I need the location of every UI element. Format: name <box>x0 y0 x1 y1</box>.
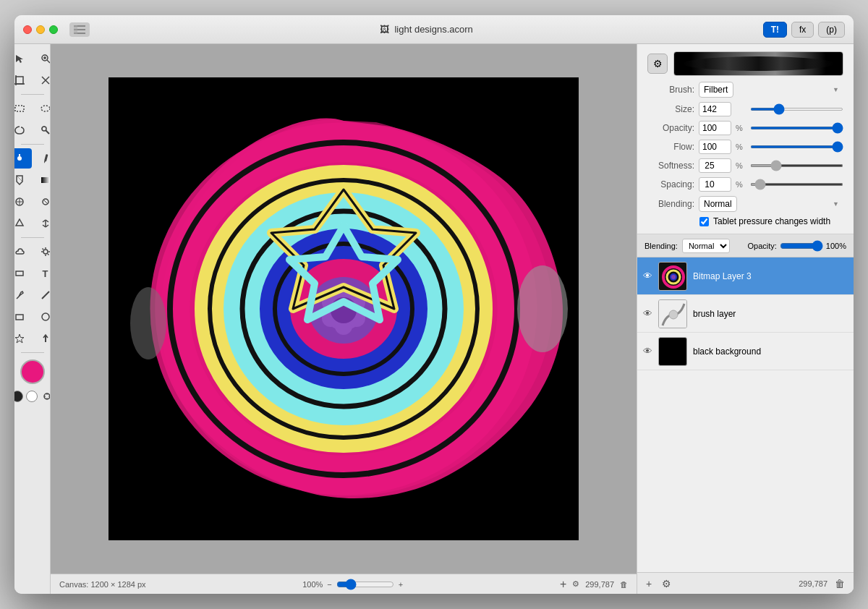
zoom-tool-button[interactable] <box>33 48 51 69</box>
spacing-slider[interactable] <box>750 183 843 186</box>
delete-layer-footer-button[interactable]: 🗑 <box>832 576 848 591</box>
procreate-tab-button[interactable]: (p) <box>818 22 845 38</box>
layer-settings-icon[interactable]: ⚙ <box>572 579 579 589</box>
brush-select-wrapper: Filbert <box>699 82 843 98</box>
arrow-tool-button[interactable] <box>33 328 51 349</box>
zoom-slider[interactable] <box>336 579 394 590</box>
foreground-color-swatch[interactable] <box>20 359 45 384</box>
sun-tool-button[interactable] <box>33 242 51 262</box>
circle-tool-button[interactable] <box>33 307 51 327</box>
blending-select[interactable]: Normal <box>699 196 737 212</box>
ellipse-select-tool-button[interactable] <box>33 98 51 119</box>
layers-blending-select[interactable]: Normal <box>682 239 730 253</box>
svg-point-84 <box>669 310 678 319</box>
softness-row: Softness: % <box>647 158 843 173</box>
lasso-tool-button[interactable] <box>14 120 32 140</box>
paintbrush-tool-button[interactable] <box>14 148 32 169</box>
layers-opacity-slider[interactable] <box>780 240 823 252</box>
spacing-input[interactable] <box>699 177 731 192</box>
close-button[interactable] <box>23 25 32 34</box>
star-tool-button[interactable] <box>14 328 32 349</box>
tablet-pressure-row: Tablet pressure changes width <box>647 216 843 226</box>
delete-layer-button[interactable]: 🗑 <box>620 580 628 589</box>
svg-point-17 <box>42 127 46 131</box>
svg-line-6 <box>47 60 50 63</box>
svg-rect-46 <box>16 315 23 320</box>
smudge-tool-button[interactable] <box>14 213 32 234</box>
layer-name-bitmap3: Bitmap Layer 3 <box>693 271 848 281</box>
tool-group-shape1 <box>14 242 51 262</box>
color-picker-button[interactable] <box>41 390 51 403</box>
layer-settings-footer-button[interactable]: ⚙ <box>659 576 674 591</box>
minimize-button[interactable] <box>36 25 45 34</box>
tool-group-crop <box>14 70 51 90</box>
tools-tab-button[interactable]: T! <box>763 22 787 38</box>
fx-tab-button[interactable]: fx <box>791 22 814 38</box>
opacity-input[interactable] <box>699 121 731 135</box>
tool-group-fill <box>14 170 51 190</box>
add-layer-button[interactable]: + <box>560 578 566 591</box>
size-slider[interactable] <box>750 108 843 111</box>
clone-tool-button[interactable] <box>14 192 32 212</box>
zoom-plus-icon[interactable]: + <box>399 580 403 589</box>
maximize-button[interactable] <box>49 25 58 34</box>
layer-name-brush: brush layer <box>693 309 848 319</box>
brush-label: Brush: <box>647 85 694 95</box>
size-input[interactable] <box>699 102 731 116</box>
brush-gear-button[interactable]: ⚙ <box>647 54 668 74</box>
svg-marker-4 <box>16 55 23 63</box>
gradient-tool-button[interactable] <box>33 170 51 190</box>
flow-label: Flow: <box>647 142 694 152</box>
rect-select-tool-button[interactable] <box>14 98 32 119</box>
ellipse-shape-tool-button[interactable] <box>14 307 32 327</box>
blending-label: Blending: <box>647 199 694 209</box>
tablet-pressure-checkbox[interactable] <box>699 217 709 226</box>
layer-item-bitmap3[interactable]: 👁 Bitmap Layer 3 <box>637 257 854 295</box>
canvas-wrapper[interactable] <box>51 44 637 574</box>
cloud-tool-button[interactable] <box>14 242 32 262</box>
opacity-slider[interactable] <box>750 127 843 129</box>
layer-visibility-brush[interactable]: 👁 <box>643 308 652 319</box>
layers-list: 👁 Bitmap Layer 3 <box>637 257 854 572</box>
flow-row: Flow: % <box>647 140 843 154</box>
svg-point-15 <box>41 106 50 111</box>
zoom-minus-icon[interactable]: − <box>327 580 331 589</box>
tool-group-paint <box>14 148 51 169</box>
softness-input[interactable] <box>699 158 731 173</box>
fill-tool-button[interactable] <box>14 170 32 190</box>
white-color-mini[interactable] <box>26 391 38 402</box>
size-row: Size: <box>647 102 843 116</box>
titlebar-actions: T! fx (p) <box>763 22 845 38</box>
sharpen-tool-button[interactable] <box>33 213 51 234</box>
layer-visibility-bitmap3[interactable]: 👁 <box>643 271 652 281</box>
flow-slider[interactable] <box>750 145 843 148</box>
heal-tool-button[interactable] <box>33 192 51 212</box>
select-tool-button[interactable] <box>14 48 32 69</box>
transform-tool-button[interactable] <box>33 70 51 90</box>
tool-group-shape4 <box>14 307 51 327</box>
rect-shape-tool-button[interactable] <box>14 263 32 284</box>
main-content: T <box>14 44 854 594</box>
coordinates-display: 299,787 <box>585 580 614 589</box>
brush-name-select[interactable]: Filbert <box>699 82 733 98</box>
add-layer-footer-button[interactable]: + <box>643 576 655 591</box>
flow-input[interactable] <box>699 140 731 154</box>
pencil-tool-button[interactable] <box>33 148 51 169</box>
layer-item-brush[interactable]: 👁 brush layer <box>637 295 854 333</box>
magic-wand-tool-button[interactable] <box>33 120 51 140</box>
sidebar-toggle-button[interactable] <box>69 22 90 37</box>
pen-tool-button[interactable] <box>14 285 32 305</box>
tool-group-lasso <box>14 120 51 140</box>
line-tool-button[interactable] <box>33 285 51 305</box>
crop-tool-button[interactable] <box>14 70 32 90</box>
layer-item-background[interactable]: 👁 black background <box>637 333 854 370</box>
app-window: 🖼 light designs.acorn T! fx (p) <box>14 15 854 594</box>
layers-section: Blending: Normal Opacity: 100% <box>637 234 854 594</box>
black-color-mini[interactable] <box>14 391 23 402</box>
text-tool-button[interactable]: T <box>33 263 51 284</box>
left-toolbar: T <box>14 44 51 594</box>
svg-rect-25 <box>41 177 50 183</box>
softness-slider[interactable] <box>750 164 843 167</box>
layer-visibility-background[interactable]: 👁 <box>643 346 652 357</box>
layers-blending: Blending: Normal <box>644 239 730 253</box>
